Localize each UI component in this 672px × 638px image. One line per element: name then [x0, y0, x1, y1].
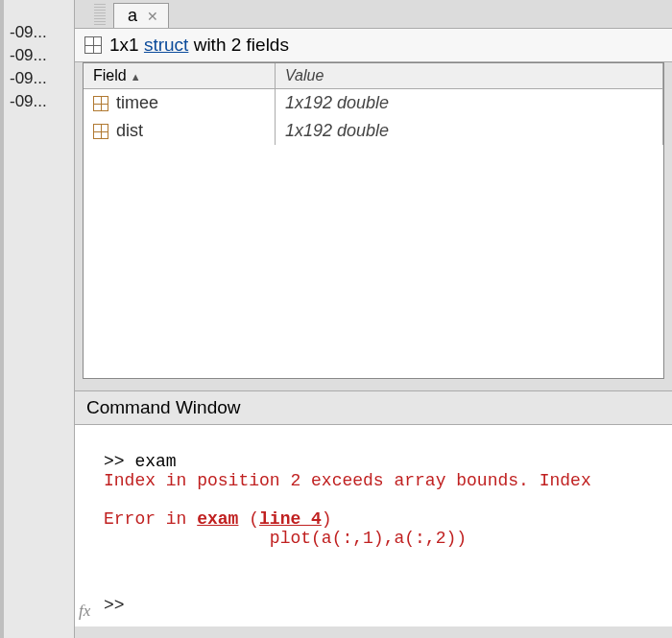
file-item[interactable]: -09...: [4, 21, 74, 44]
file-browser: -09... -09... -09... -09...: [0, 0, 75, 638]
variable-tab-bar: a ✕: [75, 0, 672, 29]
fx-icon[interactable]: fx: [79, 602, 90, 621]
tab-label: a: [128, 6, 137, 26]
struct-icon: [84, 36, 102, 54]
drag-grip-icon[interactable]: [94, 4, 106, 25]
field-name: timee: [116, 93, 158, 113]
file-item[interactable]: -09...: [4, 44, 74, 67]
struct-link[interactable]: struct: [144, 35, 188, 55]
array-icon: [93, 96, 108, 111]
main-area: a ✕ 1x1 struct with 2 fields Field▲ Valu…: [75, 0, 672, 638]
struct-text: 1x1 struct with 2 fields: [109, 35, 289, 56]
table-row[interactable]: dist 1x192 double: [84, 117, 663, 145]
error-line: Index in position 2 exceeds array bounds…: [104, 471, 591, 490]
field-value: 1x192 double: [276, 117, 663, 145]
table-row[interactable]: timee 1x192 double: [84, 89, 663, 117]
command-window[interactable]: >> exam Index in position 2 exceeds arra…: [75, 425, 672, 626]
prompt-line: >> exam: [104, 452, 177, 471]
close-icon[interactable]: ✕: [147, 9, 158, 24]
field-name: dist: [116, 121, 143, 141]
error-line: Error in exam (line 4): [104, 509, 332, 529]
command-window-title: Command Window: [75, 390, 672, 425]
table-header: Field▲ Value: [84, 63, 663, 89]
struct-description: 1x1 struct with 2 fields: [75, 29, 672, 62]
header-field[interactable]: Field▲: [84, 63, 276, 88]
array-icon: [93, 124, 108, 139]
prompt[interactable]: >>: [104, 596, 662, 615]
variable-tab-a[interactable]: a ✕: [113, 3, 169, 28]
header-value[interactable]: Value: [276, 63, 663, 88]
file-item[interactable]: -09...: [4, 90, 74, 113]
field-value: 1x192 double: [276, 89, 663, 117]
error-link-line[interactable]: line 4: [259, 509, 322, 529]
error-line: plot(a(:,1),a(:,2)): [104, 529, 467, 548]
variable-table: Field▲ Value timee 1x192 double dist 1x1…: [83, 62, 664, 379]
error-link-exam[interactable]: exam: [197, 509, 238, 529]
sort-asc-icon: ▲: [131, 71, 141, 83]
file-item[interactable]: -09...: [4, 67, 74, 90]
